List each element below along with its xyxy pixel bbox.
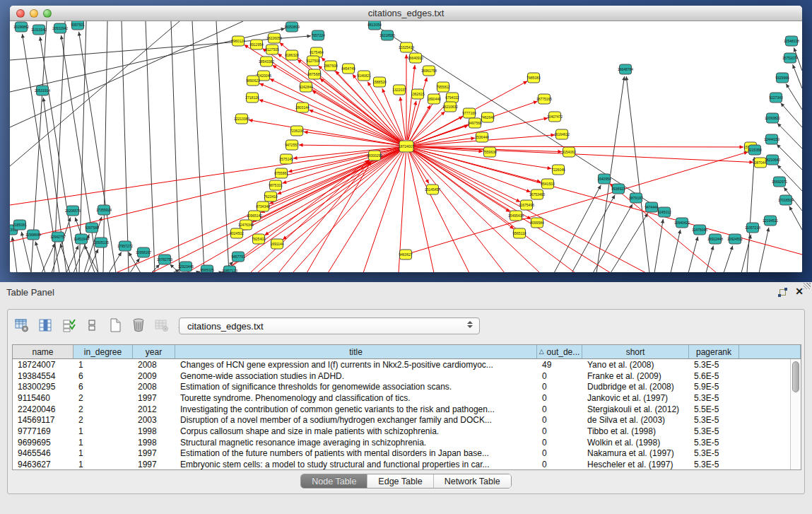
edge-arrowhead-icon <box>353 74 356 78</box>
column-header-year[interactable]: year <box>133 345 175 359</box>
graph-node-label: 10958167 <box>136 250 151 255</box>
citation-edge-red <box>413 148 802 255</box>
show-columns-icon[interactable] <box>37 317 54 333</box>
tab-network-table[interactable]: Network Table <box>434 474 511 488</box>
network-window-title: citations_edges.txt <box>368 8 445 18</box>
citation-edge-red <box>250 160 370 272</box>
network-window[interactable]: citations_edges.txt 18724007896012489129… <box>10 6 802 272</box>
graph-node-label: 2575145 <box>279 157 293 161</box>
citation-edge-red <box>411 112 445 142</box>
tab-edge-table[interactable]: Edge Table <box>367 474 433 488</box>
graph-node-label: 9457791 <box>231 255 245 259</box>
panel-resize-grip-icon[interactable] <box>804 283 811 289</box>
table-cell: 14569117 <box>13 415 73 425</box>
table-cell: Nakamura et al. (1997) <box>582 448 689 458</box>
graph-node-label: 9127505 <box>265 47 279 52</box>
table-row[interactable]: 2242004622012Investigating the contribut… <box>13 404 801 415</box>
graph-node-label: 7623410 <box>264 194 278 199</box>
table-panel-titlebar: Table Panel ✕ <box>0 282 812 302</box>
vertical-scrollbar[interactable] <box>790 359 801 469</box>
table-cell: 5.5E-5 <box>689 404 739 414</box>
merge-tables-icon[interactable] <box>83 317 100 333</box>
graph-node-label: 20531914 <box>35 88 50 93</box>
float-panel-icon[interactable] <box>778 288 787 297</box>
table-row[interactable]: 1872400712008Changes of HCN gene express… <box>13 359 801 370</box>
table-row[interactable]: 1830029562008Estimation of significance … <box>13 381 801 392</box>
close-panel-icon[interactable]: ✕ <box>795 286 804 297</box>
table-cell: 6 <box>73 371 133 381</box>
table-cell: 0 <box>537 382 582 392</box>
table-row[interactable]: 911546021997Tourette syndrome. Phenomeno… <box>13 392 801 404</box>
graph-node-label: 13325419 <box>399 45 414 49</box>
citation-edge-black <box>171 21 180 272</box>
edge-arrowhead-icon <box>259 99 264 103</box>
table-cell: Tibbo et al. (1998) <box>582 426 689 436</box>
table-cell: 1997 <box>133 448 175 458</box>
citation-edge-black <box>12 237 17 272</box>
network-canvas[interactable]: 1872400789601248912954182260589127505185… <box>10 21 802 272</box>
table-row[interactable]: 946554611997Estimation of the future num… <box>13 448 801 460</box>
graph-node-label: 1588520 <box>372 80 387 84</box>
graph-node-label: 1640954 <box>597 177 611 181</box>
graph-node-label: 2536448 <box>475 135 489 139</box>
graph-node-label: 9777169 <box>462 111 476 115</box>
table-cell: 0 <box>537 460 582 469</box>
graph-node-label: 12444159 <box>764 137 779 141</box>
graph-node-label: 12213383 <box>234 117 249 121</box>
table-row[interactable]: 1456911722003Disruption of a novel membe… <box>13 414 801 426</box>
table-cell: 2009 <box>133 371 175 381</box>
table-cell: 2008 <box>133 360 175 370</box>
edge-arrowhead-icon <box>60 35 64 40</box>
graph-node-label: 1322037 <box>392 88 406 92</box>
edge-arrowhead-icon <box>21 34 25 38</box>
graph-node-label: 8186328 <box>285 53 299 57</box>
graph-node-label: 17359924 <box>96 208 112 212</box>
column-header-title[interactable]: title <box>175 345 537 359</box>
citation-edge-black <box>10 21 180 166</box>
graph-node-label: 8175464 <box>310 50 324 54</box>
table-row[interactable]: 969969511998Structural magnetic resonanc… <box>13 437 801 448</box>
edge-arrowhead-icon <box>35 242 38 246</box>
close-window-icon[interactable] <box>16 9 25 18</box>
graph-node-label: 1890448 <box>427 97 441 101</box>
table-row[interactable]: 946362711997Embryonic stem cells: a mode… <box>13 459 801 470</box>
table-cell: 9777169 <box>13 426 73 436</box>
graph-node-label: 16912448 <box>707 237 723 241</box>
graph-node-label: 7559638 <box>483 150 497 154</box>
minimize-window-icon[interactable] <box>30 9 38 18</box>
table-panel: Table Panel ✕ f(x) citations_edges.txt n… <box>0 282 812 514</box>
graph-node-label: 16164612 <box>554 132 570 136</box>
graph-node-label: 9127508 <box>306 59 320 63</box>
table-cell: 1 <box>73 438 133 448</box>
network-window-titlebar[interactable]: citations_edges.txt <box>10 6 802 21</box>
edge-arrowhead-icon <box>730 245 734 250</box>
graph-node-label: 9146821 <box>357 74 371 78</box>
zoom-window-icon[interactable] <box>43 9 52 18</box>
table-cell: 9699695 <box>13 438 73 448</box>
table-cell: 18724007 <box>13 360 73 370</box>
column-header-in-degree[interactable]: in_degree <box>73 345 133 359</box>
tab-node-table[interactable]: Node Table <box>301 474 367 488</box>
graph-node-label: 16210632 <box>442 105 458 109</box>
row-selection-icon[interactable] <box>60 317 77 333</box>
table-selector-dropdown[interactable]: citations_edges.txt <box>179 317 480 334</box>
table-settings-icon[interactable] <box>13 317 30 333</box>
graph-node-label: 7955812 <box>436 85 450 89</box>
column-header-out-de-[interactable]: △out_de... <box>537 345 582 359</box>
table-cell: 5.3E-5 <box>689 460 739 469</box>
table-row[interactable]: 1938455462009Genome-wide association stu… <box>13 370 801 382</box>
column-header-short[interactable]: short <box>582 345 689 359</box>
graph-node-label: 20206576 <box>65 209 81 213</box>
new-table-icon[interactable] <box>107 317 124 333</box>
column-header-name[interactable]: name <box>13 345 73 359</box>
table-row[interactable]: 977716911998Corpus callosum shape and si… <box>13 426 801 437</box>
edge-arrowhead-icon <box>136 258 139 262</box>
table-selector-value: citations_edges.txt <box>187 321 264 332</box>
delete-rows-icon[interactable] <box>130 317 147 333</box>
column-header-pagerank[interactable]: pagerank <box>689 345 739 359</box>
graph-node-label: 1691144 <box>270 242 283 246</box>
graph-node-label: 7226046 <box>551 168 565 172</box>
graph-node-label: 2867608 <box>324 64 338 68</box>
scrollbar-thumb[interactable] <box>792 361 799 392</box>
column-header-label: in_degree <box>84 347 122 357</box>
